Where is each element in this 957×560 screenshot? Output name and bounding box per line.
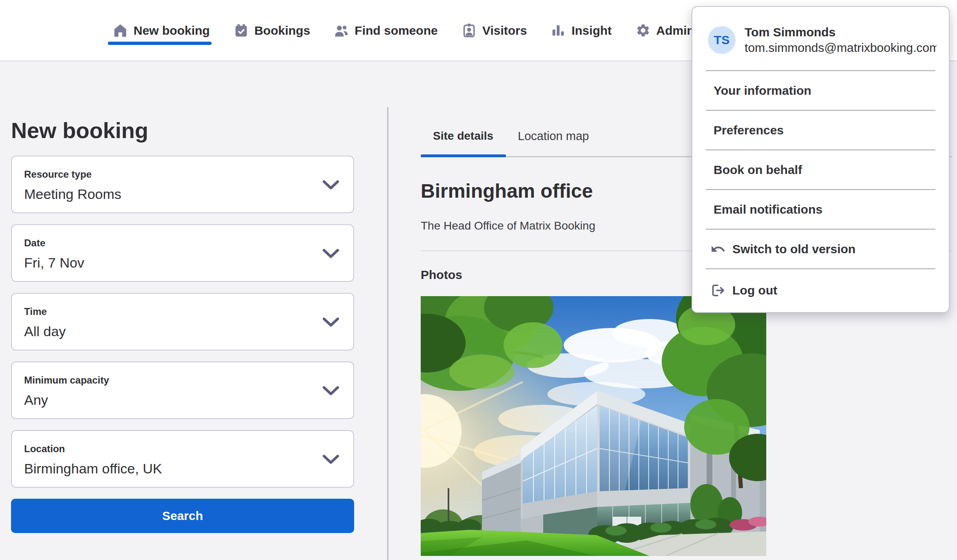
user-account-menu: TS Tom Simmonds tom.simmonds@matrixbooki… xyxy=(692,6,950,313)
people-icon xyxy=(334,23,349,38)
page-title: New booking xyxy=(11,118,354,143)
gear-icon xyxy=(636,23,651,38)
office-building-illustration xyxy=(421,296,766,556)
nav-item-visitors[interactable]: Visitors xyxy=(462,23,527,38)
tab-site-details[interactable]: Site details xyxy=(421,126,506,146)
field-label: Resource type xyxy=(24,169,317,180)
location-field[interactable]: Location Birmingham office, UK xyxy=(11,430,354,488)
nav-item-find-someone[interactable]: Find someone xyxy=(334,23,437,38)
tab-location-map[interactable]: Location map xyxy=(506,126,601,146)
matrix-booking-app: New booking Bookings xyxy=(0,0,957,560)
nav-label: Insight xyxy=(571,24,611,38)
menu-item-label: Log out xyxy=(732,283,777,297)
home-icon xyxy=(113,23,128,38)
panel-divider xyxy=(387,107,388,560)
main-nav: New booking Bookings xyxy=(113,23,694,38)
nav-item-new-booking[interactable]: New booking xyxy=(113,23,210,38)
new-booking-form: New booking Resource type Meeting Rooms … xyxy=(11,118,354,533)
nav-item-insight[interactable]: Insight xyxy=(551,23,611,38)
active-tab-indicator xyxy=(421,154,506,157)
badge-icon xyxy=(462,23,477,38)
time-field[interactable]: Time All day xyxy=(11,293,354,350)
nav-item-admin[interactable]: Admin xyxy=(636,23,694,38)
nav-label: New booking xyxy=(134,24,210,38)
field-value: Birmingham office, UK xyxy=(24,460,317,477)
chevron-down-icon xyxy=(322,317,339,328)
active-nav-underline xyxy=(108,42,212,45)
nav-label: Bookings xyxy=(254,24,310,38)
nav-label: Find someone xyxy=(355,24,437,38)
chevron-down-icon xyxy=(322,386,339,396)
field-value: Fri, 7 Nov xyxy=(24,254,317,271)
user-identity: TS Tom Simmonds tom.simmonds@matrixbooki… xyxy=(692,7,949,70)
bar-chart-icon xyxy=(551,23,566,38)
resource-type-field[interactable]: Resource type Meeting Rooms xyxy=(11,156,354,213)
menu-item-log-out[interactable]: Log out xyxy=(692,269,949,311)
menu-item-preferences[interactable]: Preferences xyxy=(692,111,949,149)
user-name: Tom Simmonds xyxy=(745,25,937,40)
user-email: tom.simmonds@matrixbooking.com xyxy=(745,40,937,56)
chevron-down-icon xyxy=(322,180,339,190)
menu-item-email-notifications[interactable]: Email notifications xyxy=(692,190,949,229)
undo-icon xyxy=(710,241,726,257)
field-value: Meeting Rooms xyxy=(24,186,317,202)
menu-item-your-information[interactable]: Your information xyxy=(692,71,949,110)
logout-icon xyxy=(710,283,726,298)
nav-label: Admin xyxy=(656,24,694,38)
field-label: Minimum capacity xyxy=(24,375,317,386)
menu-item-switch-to-old-version[interactable]: Switch to old version xyxy=(692,230,949,268)
chevron-down-icon xyxy=(322,454,339,465)
menu-item-book-on-behalf[interactable]: Book on behalf xyxy=(692,150,949,189)
menu-item-label: Switch to old version xyxy=(732,242,856,256)
chevron-down-icon xyxy=(322,248,339,259)
avatar: TS xyxy=(708,26,736,54)
field-value: Any xyxy=(24,392,317,408)
minimum-capacity-field[interactable]: Minimum capacity Any xyxy=(11,361,354,419)
search-button[interactable]: Search xyxy=(11,499,354,533)
field-label: Location xyxy=(24,443,317,455)
field-label: Time xyxy=(24,306,317,317)
field-value: All day xyxy=(24,323,317,339)
nav-label: Visitors xyxy=(482,24,527,38)
date-field[interactable]: Date Fri, 7 Nov xyxy=(11,224,354,282)
calendar-check-icon xyxy=(234,23,249,38)
field-label: Date xyxy=(24,237,317,249)
nav-item-bookings[interactable]: Bookings xyxy=(234,23,310,38)
site-photo xyxy=(421,296,766,556)
